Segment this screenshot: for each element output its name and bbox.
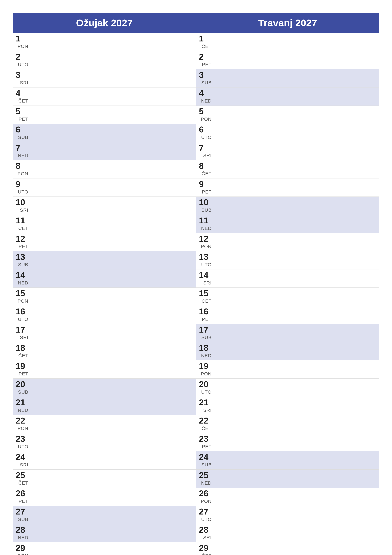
day-row: 29ČET [196,542,379,555]
day-content: 8ČET [199,161,212,177]
day-content: 1ČET [199,34,212,50]
day-row: 17SUB [196,324,379,342]
day-name: NED [201,480,212,486]
day-content: 15PON [16,289,28,304]
day-row: 16UTO [13,306,196,324]
day-name: NED [18,535,28,541]
day-row: 15ČET [196,288,379,306]
day-name: ČET [18,98,28,104]
day-name: SUB [18,389,28,395]
day-number: 21 [199,398,212,407]
header-row: Ožujak 2027 Travanj 2027 [13,13,379,33]
day-name: UTO [18,189,28,195]
day-number: 11 [199,216,212,225]
day-row: 6UTO [196,124,379,142]
day-row: 13UTO [196,251,379,270]
day-number: 3 [199,71,212,79]
day-row: 26PON [196,488,379,506]
day-name: SRI [20,207,28,213]
day-number: 3 [16,71,28,79]
day-number: 20 [199,380,212,388]
day-number: 16 [199,307,212,316]
day-number: 1 [16,34,28,43]
day-number: 15 [199,289,212,297]
day-name: PON [18,298,28,304]
day-number: 14 [199,271,212,279]
day-row: 19PON [196,360,379,379]
day-number: 19 [199,362,212,370]
day-row: 13SUB [13,251,196,270]
day-row: 19PET [13,360,196,379]
day-name: UTO [18,62,28,68]
day-content: 26PON [199,489,212,504]
day-name: SUB [18,517,28,523]
day-name: PET [202,189,212,195]
day-row: 10SRI [13,197,196,215]
day-row: 1ČET [196,33,379,51]
day-row: 23UTO [13,433,196,451]
day-number: 6 [199,125,212,134]
day-content: 7SRI [199,143,212,159]
day-number: 7 [199,143,212,152]
day-name: ČET [202,553,212,555]
day-row: 9UTO [13,178,196,197]
day-number: 4 [199,89,212,97]
day-content: 7NED [16,143,28,159]
day-content: 18ČET [16,343,28,359]
day-name: SRI [203,408,212,414]
day-content: 13UTO [199,253,212,268]
day-number: 16 [16,307,28,316]
day-row: 11ČET [13,215,196,233]
day-name: ČET [18,353,28,359]
day-name: PON [201,117,212,123]
day-number: 29 [199,544,212,552]
day-content: 9UTO [16,180,28,195]
day-name: PET [19,371,28,377]
day-name: PET [19,498,28,504]
day-number: 10 [16,198,28,206]
day-row: 26PET [13,488,196,506]
day-number: 15 [16,289,28,297]
day-number: 14 [16,271,28,279]
day-content: 21SRI [199,398,212,414]
day-row: 29PON [13,542,196,555]
day-content: 18NED [199,343,212,359]
day-content: 14NED [16,271,28,286]
day-name: NED [201,98,212,104]
day-content: 6UTO [199,125,212,141]
day-row: 18NED [196,342,379,360]
day-row: 15PON [13,288,196,306]
day-number: 18 [199,343,212,352]
day-content: 4ČET [16,89,28,104]
day-content: 27SUB [16,507,28,523]
month1-column: 1PON2UTO3SRI4ČET5PET6SUB7NED8PON9UTO10SR… [13,33,196,555]
day-name: SUB [201,462,212,468]
day-number: 22 [16,416,28,425]
day-row: 20SUB [13,379,196,397]
day-content: 8PON [16,161,28,177]
day-number: 24 [16,453,28,461]
day-row: 25NED [196,470,379,488]
day-content: 24SRI [16,453,28,468]
day-name: PON [18,44,28,50]
day-number: 28 [199,526,212,534]
day-name: SRI [20,335,28,341]
day-name: UTO [201,135,212,141]
day-row: 25ČET [13,470,196,488]
day-number: 25 [16,471,28,479]
day-name: PON [18,426,28,432]
day-content: 6SUB [16,125,28,141]
day-name: NED [201,353,212,359]
day-row: 23PET [196,433,379,451]
day-content: 17SRI [16,325,28,341]
day-name: PET [19,244,28,250]
day-row: 5PET [13,106,196,124]
day-content: 28SRI [199,526,212,541]
day-content: 5PET [16,107,28,123]
day-row: 1PON [13,33,196,51]
day-content: 21NED [16,398,28,414]
day-row: 16PET [196,306,379,324]
day-number: 13 [16,253,28,261]
day-number: 12 [199,234,212,243]
day-number: 12 [16,234,28,243]
